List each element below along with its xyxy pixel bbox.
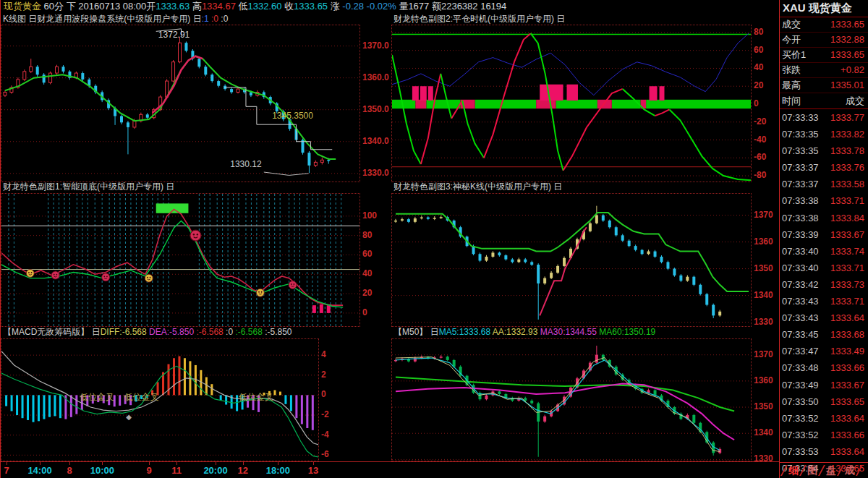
y-axis-label: 1340 — [754, 290, 773, 300]
quote-stat-row: 最高1335.01 — [780, 78, 868, 93]
trade-time: 07:33:37 — [782, 159, 819, 176]
y-axis-label: 4 — [321, 349, 326, 359]
trade-row[interactable]: 07:33:391333.67 — [780, 226, 868, 243]
y-axis-label: 1350 — [754, 401, 773, 411]
y-axis-label: 1370.0 — [362, 40, 389, 51]
quote-stat-row: 今开1332.88 — [780, 33, 868, 48]
trade-row[interactable]: 07:33:501333.65 — [780, 393, 868, 410]
stat-label: 张跌 — [782, 63, 801, 77]
trade-price: 1333.76 — [830, 159, 864, 176]
quote-tab-细[interactable]: 细 — [788, 464, 799, 477]
panel-mystery-kline-title[interactable]: 财龙特色副图3:神秘K线(中级版用户专用) 日 — [391, 182, 779, 192]
m50-y-axis: 13701360135013401330 — [752, 338, 779, 461]
trade-time: 07:33:47 — [782, 343, 819, 359]
trade-row[interactable]: 07:33:371333.58 — [780, 176, 868, 192]
tab-divider — [799, 465, 807, 476]
quote-tab-图[interactable]: 图 — [807, 464, 817, 477]
trade-row[interactable]: 07:33:491333.67 — [780, 377, 868, 393]
macd-y-axis: 420-2-4-6 — [319, 338, 391, 461]
trade-row[interactable]: 07:33:481333.66 — [780, 359, 868, 376]
trades-table-header: 时间 成交 — [780, 93, 868, 109]
smart-topbottom-chart[interactable]: 100806040200 — [1, 193, 360, 327]
mystery-kline-chart[interactable]: 13701360135013401330 — [391, 193, 752, 327]
trade-price: 1333.58 — [830, 176, 864, 192]
trade-price: 1333.67 — [830, 226, 864, 243]
stat-label: 成交 — [782, 17, 801, 32]
trade-row[interactable]: 07:33:401333.71 — [780, 260, 868, 276]
stat-value: 1333.65 — [830, 48, 864, 62]
x-axis-label: 8 — [67, 465, 72, 476]
macd-chart[interactable]: 低位金叉低位金叉低位金叉◆ 420-2-4-6 — [1, 338, 319, 461]
trade-row[interactable]: 07:33:371333.76 — [780, 159, 868, 176]
panel-smart-topbottom-title[interactable]: 财龙特色副图1:智能顶底(中级版用户专用) 日 — [1, 182, 391, 192]
panel-close-timing-title[interactable]: 财龙特色副图2:平仓时机(中级版用户专用) 日 — [391, 14, 779, 25]
text-segment: 额 — [432, 1, 441, 12]
quote-tab-成[interactable]: 成 — [845, 464, 855, 477]
trade-row[interactable]: 07:33:451333.68 — [780, 326, 868, 343]
x-axis-label: 20:00 — [203, 465, 227, 476]
trade-row[interactable]: 07:33:331333.77 — [780, 109, 868, 126]
y-axis-label: 20 — [362, 288, 372, 298]
trade-time: 07:33:52 — [782, 427, 819, 443]
quote-stat-row: 成交1333.65 — [780, 17, 868, 33]
trade-row[interactable]: 07:33:381333.71 — [780, 192, 868, 209]
text-segment: AA:1332.93 — [493, 327, 540, 337]
trade-row[interactable]: 07:33:431333.71 — [780, 293, 868, 310]
trade-time: 07:33:37 — [782, 176, 819, 192]
text-segment: :0 — [226, 327, 235, 337]
tab-divider — [837, 465, 844, 476]
trade-price: 1333.64 — [830, 443, 864, 460]
y-axis-label: 1360.0 — [362, 72, 389, 82]
y-axis-label: 0 — [754, 98, 759, 108]
m50-chart[interactable]: 13701360135013401330 — [391, 338, 752, 461]
y-axis-label: -20 — [754, 116, 766, 127]
trade-row[interactable]: 07:33:381333.84 — [780, 210, 868, 226]
svg-text:1372.91: 1372.91 — [158, 30, 190, 40]
trade-price: 1333.73 — [830, 276, 864, 293]
trade-row[interactable]: 07:33:521333.66 — [780, 427, 868, 443]
x-axis-label: 14:00 — [27, 465, 51, 476]
trade-time: 07:33:35 — [782, 142, 819, 159]
panel-macd: 【MACD无敌筹码版】 日DIFF:-6.568 DEA:-5.850 :-6.… — [1, 327, 391, 461]
trades-list[interactable]: 07:33:331333.7707:33:351333.8207:33:3513… — [780, 109, 868, 477]
panel-kline-title[interactable]: K线图 日财龙通用波段操盘系统(中级版用户专用) 日:1 :0 :0 — [1, 14, 391, 25]
close-timing-chart[interactable]: 806040200-20-40-60-80 — [391, 25, 752, 182]
trade-row[interactable]: 07:33:471333.49 — [780, 343, 868, 359]
panel-close-timing: 财龙特色副图2:平仓时机(中级版用户专用) 日 806040200-20-40-… — [391, 14, 779, 182]
time-axis: 714:00810:0091120:001218:0013 — [1, 461, 779, 478]
quote-stats: 成交1333.65今开1332.88买价11333.65张跌+0.82最高133… — [780, 17, 868, 93]
text-segment: MA5:1333.68 — [439, 327, 493, 337]
trade-row[interactable]: 07:33:531333.64 — [780, 443, 868, 460]
trade-row[interactable]: 07:33:351333.82 — [780, 126, 868, 142]
trade-time: 07:33:42 — [782, 276, 819, 293]
text-segment: :0 — [211, 14, 221, 24]
trade-price: 1333.71 — [830, 192, 864, 209]
text-segment: 1677 — [408, 1, 432, 12]
trade-price: 1333.64 — [830, 310, 864, 326]
text-segment: -0.28 -0.02% — [342, 1, 399, 12]
text-segment: 【M50】 日 — [393, 327, 439, 337]
y-axis-label: 80 — [754, 27, 763, 37]
text-segment: 20160713 08:00 — [78, 1, 146, 12]
y-axis-label: 80 — [362, 230, 372, 240]
y-axis-label: 1370 — [754, 349, 773, 359]
trade-price: 1333.71 — [830, 293, 864, 310]
svg-text:1330.12: 1330.12 — [230, 159, 262, 169]
panel-m50-title[interactable]: 【M50】 日MA5:1333.68 AA:1332.93 MA30:1344.… — [391, 327, 779, 338]
trade-row[interactable]: 07:33:421333.73 — [780, 276, 868, 293]
trade-row[interactable]: 07:33:401333.74 — [780, 243, 868, 260]
trade-price: 1333.49 — [830, 343, 864, 359]
text-segment: 1333.65 — [294, 1, 331, 12]
quote-tab-盘[interactable]: 盘 — [826, 464, 836, 477]
panel-macd-title[interactable]: 【MACD无敌筹码版】 日DIFF:-6.568 DEA:-5.850 :-6.… — [1, 327, 391, 338]
stat-value: 1333.65 — [830, 17, 864, 32]
trade-price: 1333.67 — [830, 377, 864, 393]
trade-row[interactable]: 07:33:431333.64 — [780, 310, 868, 326]
text-segment: 涨 — [331, 1, 343, 12]
trade-row[interactable]: 07:33:351333.78 — [780, 142, 868, 159]
trading-terminal: 现货黄金 60分 下 20160713 08:00开1333.63 高1334.… — [0, 0, 868, 478]
kline-chart[interactable]: 1372.911345.35001330.12 1370.01360.01350… — [1, 25, 360, 182]
trade-row[interactable]: 07:33:521333.64 — [780, 410, 868, 427]
trade-time: 07:33:40 — [782, 260, 819, 276]
symbol-header[interactable]: XAU 现货黄金 — [780, 0, 868, 17]
